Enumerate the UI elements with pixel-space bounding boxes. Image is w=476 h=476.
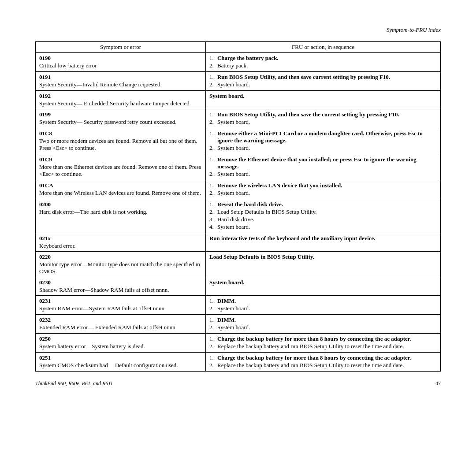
fru-cell: 1.Reseat the hard disk drive.2.Load Setu… — [205, 199, 440, 233]
fru-numbered-list: 1.Run BIOS Setup Utility, and then save … — [209, 74, 437, 88]
symptom-cell: 0191System Security—Invalid Remote Chang… — [36, 72, 206, 91]
table-row: 0232Extended RAM error— Extended RAM fai… — [36, 315, 441, 334]
fru-numbered-list: 1.DIMM.2.System board. — [209, 316, 437, 331]
fru-cell: Load Setup Defaults in BIOS Setup Utilit… — [205, 252, 440, 277]
error-desc: System RAM error—System RAM fails at off… — [39, 305, 166, 312]
fru-numbered-list: 1.Charge the battery pack.2.Battery pack… — [209, 55, 437, 69]
table-row: 0231System RAM error—System RAM fails at… — [36, 296, 441, 315]
fru-list-item: 2.Battery pack. — [209, 62, 437, 69]
symptom-cell: 0232Extended RAM error— Extended RAM fai… — [36, 315, 206, 334]
fru-cell: 1.Remove the wireless LAN device that yo… — [205, 180, 440, 199]
fru-text: System board. — [209, 279, 437, 286]
fru-list-item: 1.DIMM. — [209, 316, 437, 324]
fru-cell: System board. — [205, 277, 440, 296]
fru-list-item: 2.System board. — [209, 171, 437, 178]
fru-list-item: 2.System board. — [209, 145, 437, 152]
fru-cell: 1.Charge the battery pack.2.Battery pack… — [205, 53, 440, 72]
error-code: 0190 — [39, 55, 202, 62]
symptom-fru-table: Symptom or error FRU or action, in seque… — [35, 41, 441, 372]
page-header: Symptom-to-FRU index — [35, 26, 441, 33]
fru-numbered-list: 1.Charge the backup battery for more tha… — [209, 354, 437, 369]
error-code: 0191 — [39, 74, 202, 81]
fru-numbered-list: 1.DIMM.2.System board. — [209, 298, 437, 312]
error-desc: System Security— Security password retry… — [39, 119, 177, 125]
fru-text: Load Setup Defaults in BIOS Setup Utilit… — [209, 253, 437, 260]
error-desc: System battery error—System battery is d… — [39, 343, 145, 350]
fru-list-item: 1.Run BIOS Setup Utility, and then save … — [209, 111, 437, 118]
col-fru-header: FRU or action, in sequence — [205, 42, 440, 53]
error-desc: Extended RAM error— Extended RAM fails a… — [39, 324, 177, 331]
fru-cell: 1.Charge the backup battery for more tha… — [205, 334, 440, 353]
error-code: 0231 — [39, 298, 202, 305]
fru-list-item: 2.Replace the backup battery and run BIO… — [209, 362, 437, 369]
table-row: 0230Shadow RAM error—Shadow RAM fails at… — [36, 277, 441, 296]
footer-page: 47 — [435, 380, 441, 387]
fru-cell: 1.DIMM.2.System board. — [205, 296, 440, 315]
fru-cell: 1.Remove either a Mini-PCI Card or a mod… — [205, 128, 440, 154]
table-row: 01C8Two or more modem devices are found.… — [36, 128, 441, 154]
fru-list-item: 2.System board. — [209, 305, 437, 312]
table-row: 01CAMore than one Wireless LAN devices a… — [36, 180, 441, 199]
symptom-cell: 0192System Security— Embedded Security h… — [36, 91, 206, 109]
error-desc: System Security— Embedded Security hardw… — [39, 100, 191, 107]
error-desc: System Security—Invalid Remote Change re… — [39, 81, 162, 88]
error-code: 0251 — [39, 354, 202, 361]
fru-list-item: 2.System board. — [209, 324, 437, 331]
error-code: 01C9 — [39, 156, 202, 163]
fru-cell: Run interactive tests of the keyboard an… — [205, 233, 440, 252]
fru-list-item: 2.System board. — [209, 190, 437, 197]
error-code: 0250 — [39, 335, 202, 342]
error-desc: Hard disk error—The hard disk is not wor… — [39, 208, 148, 215]
fru-list-item: 1.Run BIOS Setup Utility, and then save … — [209, 74, 437, 81]
fru-cell: 1.Remove the Ethernet device that you in… — [205, 154, 440, 180]
table-row: 0251System CMOS checksum bad— Default co… — [36, 353, 441, 372]
fru-list-item: 2.Replace the backup battery and run BIO… — [209, 343, 437, 350]
fru-cell: 1.DIMM.2.System board. — [205, 315, 440, 334]
fru-list-item: 1.Charge the battery pack. — [209, 55, 437, 62]
col-symptom-header: Symptom or error — [36, 42, 206, 53]
fru-cell: 1.Charge the backup battery for more tha… — [205, 353, 440, 372]
symptom-cell: 021xKeyboard error. — [36, 233, 206, 252]
symptom-cell: 0231System RAM error—System RAM fails at… — [36, 296, 206, 315]
fru-list-item: 1.Remove the wireless LAN device that yo… — [209, 182, 437, 189]
error-code: 0232 — [39, 316, 202, 324]
symptom-cell: 01C8Two or more modem devices are found.… — [36, 128, 206, 154]
fru-cell: System board. — [205, 91, 440, 109]
table-row: 0250System battery error—System battery … — [36, 334, 441, 353]
fru-numbered-list: 1.Charge the backup battery for more tha… — [209, 335, 437, 350]
symptom-cell: 0230Shadow RAM error—Shadow RAM fails at… — [36, 277, 206, 296]
fru-list-item: 1.Charge the backup battery for more tha… — [209, 354, 437, 361]
error-desc: System CMOS checksum bad— Default config… — [39, 362, 178, 368]
table-row: 0199System Security— Security password r… — [36, 109, 441, 128]
fru-list-item: 1.Remove the Ethernet device that you in… — [209, 156, 437, 170]
symptom-cell: 0200Hard disk error—The hard disk is not… — [36, 199, 206, 233]
error-code: 0230 — [39, 279, 202, 286]
fru-text: Run interactive tests of the keyboard an… — [209, 235, 437, 242]
table-row: 0191System Security—Invalid Remote Chang… — [36, 72, 441, 91]
symptom-cell: 01CAMore than one Wireless LAN devices a… — [36, 180, 206, 199]
table-row: 0220Monitor type error—Monitor type does… — [36, 252, 441, 277]
table-row: 0192System Security— Embedded Security h… — [36, 91, 441, 109]
fru-cell: 1.Run BIOS Setup Utility, and then save … — [205, 109, 440, 128]
fru-list-item: 2.System board. — [209, 81, 437, 88]
fru-cell: 1.Run BIOS Setup Utility, and then save … — [205, 72, 440, 91]
symptom-cell: 0251System CMOS checksum bad— Default co… — [36, 353, 206, 372]
error-desc: More than one Wireless LAN devices are f… — [39, 190, 201, 196]
error-code: 0200 — [39, 201, 202, 208]
table-row: 0200Hard disk error—The hard disk is not… — [36, 199, 441, 233]
error-code: 0199 — [39, 111, 202, 118]
error-code: 0192 — [39, 93, 202, 100]
fru-numbered-list: 1.Remove the Ethernet device that you in… — [209, 156, 437, 178]
symptom-cell: 0220Monitor type error—Monitor type does… — [36, 252, 206, 277]
symptom-cell: 01C9More than one Ethernet devices are f… — [36, 154, 206, 180]
fru-text: System board. — [209, 93, 437, 100]
error-code: 01CA — [39, 182, 202, 189]
error-desc: Critical low-battery error — [39, 62, 97, 69]
fru-list-item: 1.Reseat the hard disk drive. — [209, 201, 437, 208]
fru-numbered-list: 1.Run BIOS Setup Utility, and then save … — [209, 111, 437, 126]
fru-numbered-list: 1.Remove either a Mini-PCI Card or a mod… — [209, 130, 437, 152]
symptom-cell: 0190Critical low-battery error — [36, 53, 206, 72]
fru-list-item: 1.Charge the backup battery for more tha… — [209, 335, 437, 342]
fru-list-item: 4.System board. — [209, 223, 437, 231]
error-desc: Two or more modem devices are found. Rem… — [39, 138, 197, 151]
